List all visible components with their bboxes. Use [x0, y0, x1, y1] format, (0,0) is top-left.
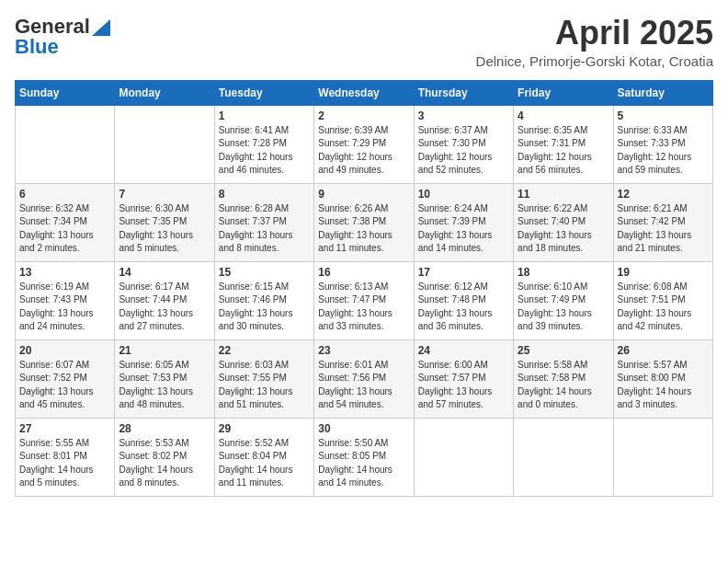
- logo-blue: Blue: [15, 35, 59, 59]
- calendar-table: SundayMondayTuesdayWednesdayThursdayFrid…: [15, 80, 713, 497]
- header-wednesday: Wednesday: [314, 80, 414, 105]
- day-detail: Sunrise: 6:21 AM Sunset: 7:42 PM Dayligh…: [618, 202, 709, 256]
- calendar-cell: 12Sunrise: 6:21 AM Sunset: 7:42 PM Dayli…: [613, 183, 712, 261]
- calendar-cell: 13Sunrise: 6:19 AM Sunset: 7:43 PM Dayli…: [16, 261, 115, 339]
- calendar-cell: [414, 418, 513, 496]
- calendar-cell: 9Sunrise: 6:26 AM Sunset: 7:38 PM Daylig…: [314, 183, 414, 261]
- day-detail: Sunrise: 6:33 AM Sunset: 7:33 PM Dayligh…: [618, 124, 709, 178]
- day-detail: Sunrise: 6:24 AM Sunset: 7:39 PM Dayligh…: [418, 202, 509, 256]
- day-number: 12: [618, 188, 709, 201]
- calendar-cell: [514, 418, 613, 496]
- day-detail: Sunrise: 5:55 AM Sunset: 8:01 PM Dayligh…: [19, 437, 110, 490]
- header-friday: Friday: [514, 80, 613, 105]
- calendar-cell: 16Sunrise: 6:13 AM Sunset: 7:47 PM Dayli…: [314, 261, 414, 339]
- day-detail: Sunrise: 5:53 AM Sunset: 8:02 PM Dayligh…: [119, 437, 210, 490]
- calendar-cell: 28Sunrise: 5:53 AM Sunset: 8:02 PM Dayli…: [115, 418, 214, 496]
- day-number: 16: [318, 266, 409, 279]
- header-thursday: Thursday: [414, 80, 513, 105]
- day-number: 13: [19, 266, 110, 279]
- calendar-header-row: SundayMondayTuesdayWednesdayThursdayFrid…: [16, 80, 713, 105]
- day-detail: Sunrise: 6:07 AM Sunset: 7:52 PM Dayligh…: [19, 359, 110, 412]
- calendar-cell: 26Sunrise: 5:57 AM Sunset: 8:00 PM Dayli…: [613, 339, 712, 418]
- day-detail: Sunrise: 6:03 AM Sunset: 7:55 PM Dayligh…: [219, 359, 310, 412]
- day-number: 27: [19, 422, 110, 435]
- calendar-cell: 10Sunrise: 6:24 AM Sunset: 7:39 PM Dayli…: [414, 183, 513, 261]
- day-number: 19: [618, 266, 709, 279]
- day-detail: Sunrise: 6:08 AM Sunset: 7:51 PM Dayligh…: [618, 281, 709, 334]
- month-title: April 2025: [476, 15, 713, 52]
- day-detail: Sunrise: 5:58 AM Sunset: 7:58 PM Dayligh…: [518, 359, 609, 412]
- svg-marker-0: [92, 19, 110, 36]
- calendar-cell: 21Sunrise: 6:05 AM Sunset: 7:53 PM Dayli…: [115, 339, 214, 418]
- day-number: 5: [618, 109, 709, 122]
- calendar-cell: 4Sunrise: 6:35 AM Sunset: 7:31 PM Daylig…: [514, 105, 613, 183]
- day-detail: Sunrise: 6:28 AM Sunset: 7:37 PM Dayligh…: [219, 202, 310, 256]
- day-detail: Sunrise: 5:50 AM Sunset: 8:05 PM Dayligh…: [318, 437, 409, 490]
- day-number: 4: [518, 109, 609, 122]
- day-detail: Sunrise: 6:30 AM Sunset: 7:35 PM Dayligh…: [119, 202, 210, 256]
- day-number: 18: [518, 266, 609, 279]
- day-detail: Sunrise: 6:10 AM Sunset: 7:49 PM Dayligh…: [518, 281, 609, 334]
- calendar-cell: 17Sunrise: 6:12 AM Sunset: 7:48 PM Dayli…: [414, 261, 513, 339]
- calendar-cell: 23Sunrise: 6:01 AM Sunset: 7:56 PM Dayli…: [314, 339, 414, 418]
- calendar-cell: [16, 105, 115, 183]
- calendar-cell: 11Sunrise: 6:22 AM Sunset: 7:40 PM Dayli…: [514, 183, 613, 261]
- header-saturday: Saturday: [613, 80, 712, 105]
- page-header: General Blue April 2025 Delnice, Primorj…: [15, 15, 713, 69]
- day-number: 24: [418, 344, 509, 357]
- calendar-cell: 27Sunrise: 5:55 AM Sunset: 8:01 PM Dayli…: [16, 418, 115, 496]
- calendar-cell: 2Sunrise: 6:39 AM Sunset: 7:29 PM Daylig…: [314, 105, 414, 183]
- day-number: 30: [318, 422, 409, 435]
- day-detail: Sunrise: 6:12 AM Sunset: 7:48 PM Dayligh…: [418, 281, 509, 334]
- day-number: 15: [219, 266, 310, 279]
- calendar-week-1: 1Sunrise: 6:41 AM Sunset: 7:28 PM Daylig…: [16, 105, 713, 183]
- day-detail: Sunrise: 6:41 AM Sunset: 7:28 PM Dayligh…: [219, 124, 310, 178]
- day-detail: Sunrise: 6:35 AM Sunset: 7:31 PM Dayligh…: [518, 124, 609, 178]
- day-detail: Sunrise: 6:22 AM Sunset: 7:40 PM Dayligh…: [518, 202, 609, 256]
- day-number: 3: [418, 109, 509, 122]
- day-number: 2: [318, 109, 409, 122]
- calendar-cell: 3Sunrise: 6:37 AM Sunset: 7:30 PM Daylig…: [414, 105, 513, 183]
- day-number: 22: [219, 344, 310, 357]
- day-detail: Sunrise: 6:17 AM Sunset: 7:44 PM Dayligh…: [119, 281, 210, 334]
- day-number: 25: [518, 344, 609, 357]
- calendar-cell: 6Sunrise: 6:32 AM Sunset: 7:34 PM Daylig…: [16, 183, 115, 261]
- day-detail: Sunrise: 6:26 AM Sunset: 7:38 PM Dayligh…: [318, 202, 409, 256]
- title-area: April 2025 Delnice, Primorje-Gorski Kota…: [476, 15, 713, 69]
- logo-icon: [92, 19, 110, 36]
- day-detail: Sunrise: 6:01 AM Sunset: 7:56 PM Dayligh…: [318, 359, 409, 412]
- day-detail: Sunrise: 6:19 AM Sunset: 7:43 PM Dayligh…: [19, 281, 110, 334]
- day-number: 26: [618, 344, 709, 357]
- day-number: 11: [518, 188, 609, 201]
- day-number: 23: [318, 344, 409, 357]
- calendar-cell: 20Sunrise: 6:07 AM Sunset: 7:52 PM Dayli…: [16, 339, 115, 418]
- day-number: 21: [119, 344, 210, 357]
- calendar-cell: 19Sunrise: 6:08 AM Sunset: 7:51 PM Dayli…: [613, 261, 712, 339]
- calendar-week-4: 20Sunrise: 6:07 AM Sunset: 7:52 PM Dayli…: [16, 339, 713, 418]
- day-detail: Sunrise: 6:13 AM Sunset: 7:47 PM Dayligh…: [318, 281, 409, 334]
- calendar-week-5: 27Sunrise: 5:55 AM Sunset: 8:01 PM Dayli…: [16, 418, 713, 496]
- day-number: 28: [119, 422, 210, 435]
- calendar-week-2: 6Sunrise: 6:32 AM Sunset: 7:34 PM Daylig…: [16, 183, 713, 261]
- day-detail: Sunrise: 6:39 AM Sunset: 7:29 PM Dayligh…: [318, 124, 409, 178]
- calendar-cell: [115, 105, 214, 183]
- day-number: 17: [418, 266, 509, 279]
- day-detail: Sunrise: 5:52 AM Sunset: 8:04 PM Dayligh…: [219, 437, 310, 490]
- calendar-cell: 8Sunrise: 6:28 AM Sunset: 7:37 PM Daylig…: [214, 183, 313, 261]
- header-tuesday: Tuesday: [214, 80, 313, 105]
- calendar-cell: [613, 418, 712, 496]
- day-detail: Sunrise: 6:37 AM Sunset: 7:30 PM Dayligh…: [418, 124, 509, 178]
- calendar-cell: 1Sunrise: 6:41 AM Sunset: 7:28 PM Daylig…: [214, 105, 313, 183]
- day-number: 10: [418, 188, 509, 201]
- calendar-cell: 22Sunrise: 6:03 AM Sunset: 7:55 PM Dayli…: [214, 339, 313, 418]
- day-number: 7: [119, 188, 210, 201]
- day-detail: Sunrise: 5:57 AM Sunset: 8:00 PM Dayligh…: [618, 359, 709, 412]
- logo: General Blue: [15, 15, 110, 59]
- day-number: 6: [19, 188, 110, 201]
- header-sunday: Sunday: [16, 80, 115, 105]
- calendar-cell: 24Sunrise: 6:00 AM Sunset: 7:57 PM Dayli…: [414, 339, 513, 418]
- calendar-cell: 5Sunrise: 6:33 AM Sunset: 7:33 PM Daylig…: [613, 105, 712, 183]
- day-detail: Sunrise: 6:15 AM Sunset: 7:46 PM Dayligh…: [219, 281, 310, 334]
- day-number: 14: [119, 266, 210, 279]
- day-number: 1: [219, 109, 310, 122]
